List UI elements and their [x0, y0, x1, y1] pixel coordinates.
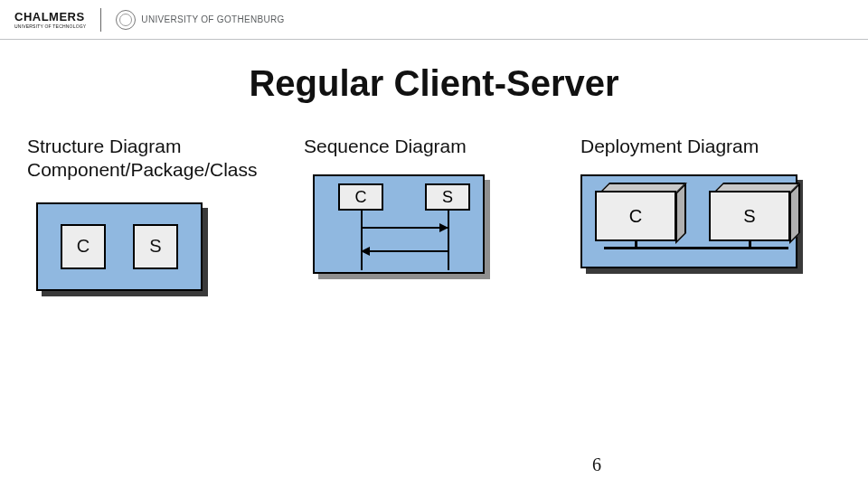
diagram-row: Structure Diagram Component/Package/Clas… [27, 135, 841, 291]
gothenburg-seal-icon [116, 10, 136, 30]
sequence-diagram: C S [304, 174, 564, 274]
lifeline-line-server [448, 211, 449, 270]
node-server-label: S [709, 191, 790, 241]
sequence-title: Sequence Diagram [304, 135, 564, 158]
structure-title: Structure Diagram Component/Package/Clas… [27, 135, 288, 183]
deployment-panel: C S [580, 174, 797, 268]
deployment-link [604, 247, 788, 249]
node-client-label: C [595, 191, 676, 241]
message-s-to-c [362, 250, 448, 252]
gothenburg-text: University of Gothenburg [141, 14, 284, 24]
lifeline-server: S [425, 183, 470, 211]
sequence-column: Sequence Diagram C S [304, 135, 564, 291]
message-c-to-s [362, 227, 448, 229]
structure-diagram: C S [27, 202, 288, 291]
deployment-title: Deployment Diagram [580, 135, 841, 158]
chalmers-wordmark: CHALMERS [14, 10, 85, 23]
sequence-panel: C S [313, 174, 485, 274]
node-server: S [709, 191, 790, 241]
lifeline-line-client [361, 211, 363, 270]
node-client: C [595, 191, 676, 241]
header-divider [100, 8, 101, 32]
component-server: S [133, 224, 178, 269]
slide-header: CHALMERS UNIVERSITY OF TECHNOLOGY Univer… [0, 0, 868, 40]
page-number: 6 [0, 455, 868, 475]
deployment-diagram: C S [580, 174, 841, 268]
gothenburg-logo: University of Gothenburg [116, 10, 284, 30]
lifeline-client: C [338, 183, 383, 211]
structure-panel: C S [36, 202, 203, 291]
component-client: C [61, 224, 106, 269]
structure-column: Structure Diagram Component/Package/Clas… [27, 135, 288, 291]
slide-title: Regular Client-Server [0, 63, 868, 104]
structure-title-line2: Component/Package/Class [27, 159, 257, 180]
deployment-column: Deployment Diagram C S [580, 135, 841, 291]
chalmers-subtitle: UNIVERSITY OF TECHNOLOGY [14, 23, 86, 29]
structure-title-line1: Structure Diagram [27, 136, 181, 156]
chalmers-logo: CHALMERS UNIVERSITY OF TECHNOLOGY [14, 10, 86, 29]
